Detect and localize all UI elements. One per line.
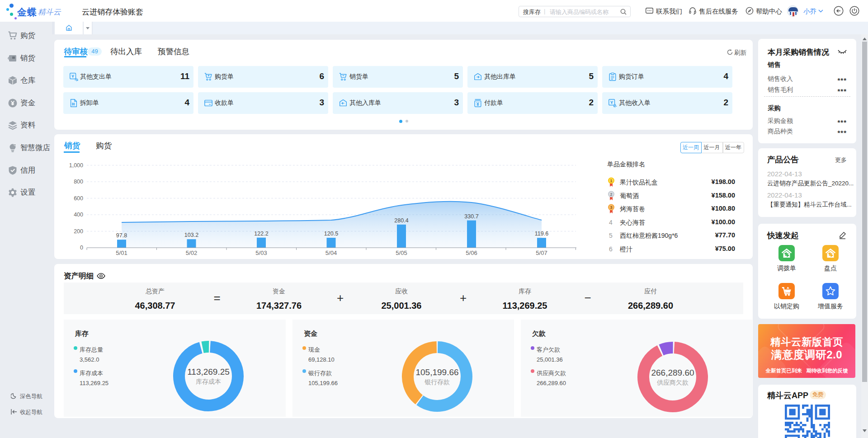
svg-text:5/01: 5/01 xyxy=(116,250,127,256)
svg-text:400: 400 xyxy=(74,212,83,218)
svg-text:600: 600 xyxy=(74,195,83,202)
svg-text:2: 2 xyxy=(610,192,612,197)
svg-text:122.2: 122.2 xyxy=(254,231,268,237)
svg-text:97.8: 97.8 xyxy=(116,232,127,239)
svg-text:119.6: 119.6 xyxy=(535,231,548,237)
svg-text:1,000: 1,000 xyxy=(69,162,83,169)
svg-text:280.4: 280.4 xyxy=(394,217,408,224)
svg-text:1: 1 xyxy=(610,179,612,183)
svg-text:5/07: 5/07 xyxy=(536,250,547,256)
svg-text:800: 800 xyxy=(74,179,83,185)
svg-text:5/04: 5/04 xyxy=(326,250,337,256)
svg-text:200: 200 xyxy=(74,228,83,235)
svg-text:5/05: 5/05 xyxy=(396,250,407,256)
svg-text:0: 0 xyxy=(80,245,83,251)
svg-text:5/03: 5/03 xyxy=(255,250,267,256)
svg-text:5/02: 5/02 xyxy=(186,250,197,256)
svg-text:5/06: 5/06 xyxy=(466,250,477,256)
svg-text:3: 3 xyxy=(610,205,612,210)
svg-text:103.2: 103.2 xyxy=(184,232,198,238)
svg-text:120.5: 120.5 xyxy=(324,231,338,237)
svg-text:330.7: 330.7 xyxy=(464,213,478,220)
